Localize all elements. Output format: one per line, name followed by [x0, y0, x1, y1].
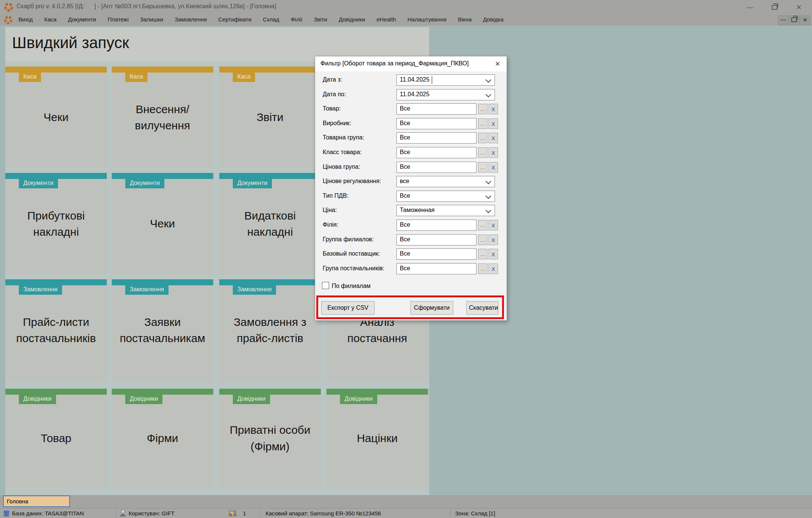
menu-item-payments[interactable]: Платежі: [103, 14, 134, 23]
field-label-supplier-group: Група постачальників:: [323, 265, 384, 272]
base-supplier-clear-button[interactable]: X: [489, 249, 498, 259]
tile-incoming-invoices[interactable]: Документи Прибуткові накладні: [5, 173, 107, 274]
mdi-close-button[interactable]: ×: [800, 15, 810, 25]
field-label-price-group: Цінова група:: [323, 164, 360, 170]
by-branches-checkbox[interactable]: [322, 282, 329, 289]
goods-group-clear-button[interactable]: X: [489, 133, 498, 143]
goods-group-field[interactable]: Все: [396, 132, 477, 144]
base-supplier-lookup-button[interactable]: …: [478, 249, 487, 259]
menu-item-certificates[interactable]: Сертифікати: [213, 14, 256, 23]
tile-firms[interactable]: Довідники Фірми: [112, 389, 213, 488]
tile-supplier-requests[interactable]: Замовлення Заявки постачальникам: [112, 279, 213, 381]
supplier-group-field[interactable]: Все: [396, 263, 477, 274]
price-group-field[interactable]: Все: [396, 162, 477, 173]
menu-item-warehouse[interactable]: Склад: [258, 14, 284, 23]
menu-item-exit[interactable]: Вихід: [14, 14, 38, 23]
status-divider: [260, 510, 261, 517]
menu-item-balances[interactable]: Залишки: [135, 14, 168, 23]
tile-checks-kasa[interactable]: Каса Чеки: [5, 67, 107, 168]
menu-item-documents[interactable]: Документи: [63, 14, 101, 23]
by-branches-label: По филиалам: [332, 283, 370, 289]
tile-supplier-pricelists[interactable]: Замовлення Прайс-листи постачальників: [5, 279, 107, 381]
menu-item-orders[interactable]: Замовлення: [170, 14, 211, 23]
goods-class-field[interactable]: Все: [396, 147, 477, 158]
status-zone: Зона: Склад [1]: [455, 510, 495, 516]
dialog-title-bar[interactable]: Фильтр [Оборот товара за период_Фармация…: [315, 56, 507, 71]
menu-item-kasa[interactable]: Каса: [39, 14, 61, 23]
filter-dialog: Фильтр [Оборот товара за период_Фармация…: [315, 56, 507, 321]
date-to-input[interactable]: 11.04.2025: [396, 89, 495, 100]
tile-orders-from-pricelists[interactable]: Замовлення Замовлення з прайс-листів: [219, 279, 321, 381]
price-group-clear-button[interactable]: X: [489, 162, 498, 173]
goods-class-clear-button[interactable]: X: [489, 147, 498, 158]
menu-item-reports[interactable]: Звіти: [309, 14, 332, 23]
chevron-down-icon[interactable]: [486, 179, 492, 185]
branch-lookup-button[interactable]: …: [478, 220, 487, 230]
restore-button[interactable]: [767, 2, 782, 12]
goods-group-lookup-button[interactable]: …: [478, 133, 487, 143]
chevron-down-icon[interactable]: [486, 92, 492, 98]
highlight-annotation: [316, 295, 504, 319]
goods-lookup-button[interactable]: …: [478, 104, 487, 114]
chevron-down-icon[interactable]: [486, 208, 492, 214]
menu-logo-icon: [4, 15, 13, 26]
status-user: Користувач: GIFT: [129, 510, 175, 516]
field-label-base-supplier: Базовый поставщик:: [323, 250, 380, 257]
field-label-vat-type: Тип ПДВ:: [323, 192, 349, 199]
tile-reports-kasa[interactable]: Каса Звіти: [219, 67, 321, 168]
chevron-down-icon[interactable]: [486, 193, 492, 199]
goods-clear-button[interactable]: X: [489, 104, 498, 114]
field-label-date-from: Дата з:: [323, 76, 342, 83]
price-select[interactable]: Таможенная: [396, 205, 495, 216]
text-cursor: [432, 76, 432, 84]
status-register-count: 1: [243, 510, 246, 516]
menu-item-windows[interactable]: Вікна: [453, 14, 477, 23]
page-title: Швидкий запуск: [12, 34, 129, 52]
mdi-minimize-button[interactable]: —: [778, 15, 789, 25]
menu-item-directories[interactable]: Довідники: [334, 14, 370, 23]
goods-class-lookup-button[interactable]: …: [478, 147, 487, 158]
manufacturer-lookup-button[interactable]: …: [478, 118, 487, 129]
date-from-input[interactable]: 11.04.2025: [396, 74, 495, 86]
field-label-branch: Філія:: [323, 221, 338, 228]
field-label-branch-group: Группа филиалов:: [323, 236, 374, 243]
tile-markups[interactable]: Довідники Націнки: [326, 389, 428, 488]
tile-outgoing-invoices[interactable]: Документи Видаткові накладні: [219, 173, 321, 274]
goods-field[interactable]: Все: [396, 103, 477, 115]
tab-home[interactable]: Головна: [3, 495, 70, 507]
minimize-button[interactable]: —: [742, 2, 757, 12]
chevron-down-icon[interactable]: [486, 77, 492, 83]
status-divider: [115, 510, 116, 517]
tile-checks-documents[interactable]: Документи Чеки: [112, 173, 213, 274]
menu-item-help[interactable]: Довідка: [478, 14, 508, 23]
close-button[interactable]: ×: [791, 2, 806, 12]
dialog-close-button[interactable]: ×: [492, 59, 503, 69]
tile-goods[interactable]: Довідники Товар: [5, 389, 107, 488]
status-bar: База даних: TASA3@TITAN Користувач: GIFT…: [0, 508, 812, 518]
branch-field[interactable]: Все: [396, 220, 477, 231]
menu-item-ehealth[interactable]: eHealth: [372, 14, 401, 23]
menu-item-branches[interactable]: Філії: [286, 14, 307, 23]
price-group-lookup-button[interactable]: …: [478, 162, 487, 173]
dialog-title: Фильтр [Оборот товара за период_Фармация…: [320, 60, 469, 67]
manufacturer-field[interactable]: Все: [396, 118, 477, 129]
field-label-price-regulation: Цінове регулювання:: [323, 178, 381, 185]
tile-private-persons[interactable]: Довідники Приватні особи (Фірми): [219, 389, 321, 488]
base-supplier-field[interactable]: Все: [396, 248, 477, 260]
mdi-restore-button[interactable]: [789, 15, 800, 25]
supplier-group-lookup-button[interactable]: …: [478, 264, 487, 274]
vat-type-select[interactable]: Все: [396, 191, 495, 202]
tile-deposit-withdrawal[interactable]: Каса Внесення/вилучення: [112, 67, 213, 168]
restore-icon: [772, 5, 777, 10]
price-regulation-select[interactable]: все: [396, 176, 495, 187]
manufacturer-clear-button[interactable]: X: [489, 118, 498, 129]
branch-group-lookup-button[interactable]: …: [478, 235, 487, 245]
supplier-group-clear-button[interactable]: X: [489, 264, 498, 274]
branch-group-field[interactable]: Все: [396, 234, 477, 245]
branch-group-clear-button[interactable]: X: [489, 235, 498, 245]
status-database: База даних: TASA3@TITAN: [12, 510, 84, 516]
menu-item-settings[interactable]: Налаштування: [402, 14, 451, 23]
branch-clear-button[interactable]: X: [489, 220, 498, 230]
app-window: Скарб pro v. 4.0.2.85 [ІД: ] - [Апт №003…: [0, 0, 812, 518]
mdi-restore-icon: [791, 17, 797, 22]
